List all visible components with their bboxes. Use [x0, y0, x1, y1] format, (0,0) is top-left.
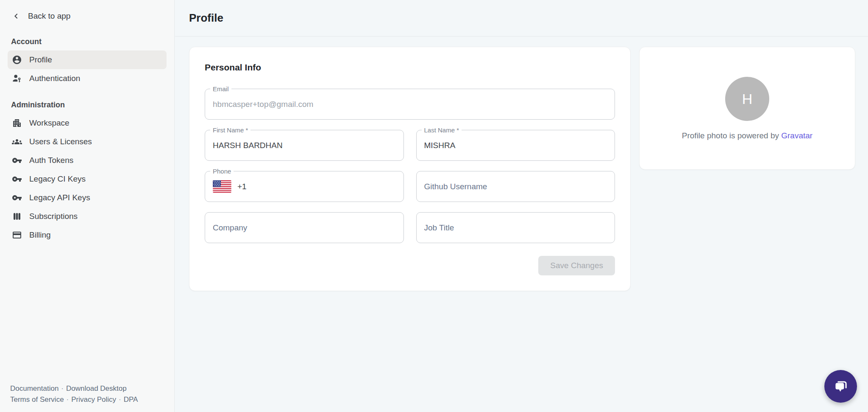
key-icon	[12, 193, 22, 203]
sidebar-item-label: Workspace	[29, 118, 70, 128]
sidebar-item-authentication[interactable]: Authentication	[8, 69, 167, 88]
sidebar-item-label: Subscriptions	[29, 212, 78, 221]
github-username-field[interactable]	[424, 182, 607, 191]
sidebar-item-label: Legacy CI Keys	[29, 174, 86, 184]
chat-bubbles-icon	[832, 378, 850, 395]
chat-widget-button[interactable]	[824, 370, 857, 403]
us-flag-icon[interactable]	[213, 180, 231, 193]
avatar-letter: H	[742, 91, 753, 107]
sidebar-item-label: Authentication	[29, 74, 80, 83]
first-name-field-wrapper: First Name *	[205, 130, 404, 161]
privacy-link[interactable]: Privacy Policy	[71, 395, 116, 404]
gravatar-caption-text: Profile photo is powered by	[682, 131, 779, 140]
key-icon	[12, 155, 22, 165]
sidebar-item-billing[interactable]: Billing	[8, 226, 167, 244]
gravatar-caption: Profile photo is powered by Gravatar	[682, 131, 812, 140]
sidebar-item-legacy-api-keys[interactable]: Legacy API Keys	[8, 188, 167, 207]
footer-line-1: Documentation·Download Desktop	[10, 383, 138, 394]
name-row: First Name * Last Name *	[205, 130, 615, 161]
company-row	[205, 212, 615, 243]
company-field[interactable]	[213, 223, 396, 233]
github-field-wrapper	[416, 171, 615, 202]
chevron-left-icon	[11, 11, 21, 21]
sidebar-footer: Documentation·Download Desktop Terms of …	[10, 383, 138, 405]
back-to-app-label: Back to app	[28, 11, 70, 21]
dpa-link[interactable]: DPA	[124, 395, 138, 404]
terms-link[interactable]: Terms of Service	[10, 395, 64, 404]
key-icon	[12, 174, 22, 184]
job-title-field[interactable]	[424, 223, 607, 233]
footer-separator: ·	[64, 395, 72, 404]
account-nav: Profile Authentication	[8, 50, 167, 88]
gravatar-card: H Profile photo is powered by Gravatar	[639, 47, 855, 170]
building-icon	[12, 118, 22, 128]
sidebar-item-label: Legacy API Keys	[29, 193, 90, 202]
sidebar-item-subscriptions[interactable]: Subscriptions	[8, 207, 167, 226]
job-title-field-wrapper	[416, 212, 615, 243]
footer-line-2: Terms of Service·Privacy Policy·DPA	[10, 394, 138, 405]
groups-icon	[12, 137, 22, 147]
columns-icon	[12, 211, 22, 221]
personal-info-card: Personal Info Email First Name * Last Na…	[189, 47, 631, 291]
footer-separator: ·	[58, 384, 66, 392]
back-to-app-button[interactable]: Back to app	[0, 0, 174, 21]
sidebar-item-legacy-ci-keys[interactable]: Legacy CI Keys	[8, 170, 167, 188]
sidebar-item-auth-tokens[interactable]: Auth Tokens	[8, 151, 167, 170]
phone-field[interactable]	[237, 182, 396, 191]
phone-github-row: Phone	[205, 171, 615, 202]
main-area: Profile Personal Info Email First Name *…	[175, 0, 868, 412]
settings-sidebar: Back to app Account Profile Authenticati…	[0, 0, 175, 412]
email-field-wrapper: Email	[205, 89, 615, 120]
last-name-label: Last Name *	[422, 126, 462, 134]
sidebar-item-label: Users & Licenses	[29, 137, 92, 146]
sidebar-item-users-licenses[interactable]: Users & Licenses	[8, 132, 167, 151]
save-changes-button[interactable]: Save Changes	[538, 256, 615, 275]
section-label-administration: Administration	[11, 101, 164, 109]
documentation-link[interactable]: Documentation	[10, 384, 58, 392]
actions-row: Save Changes	[205, 256, 615, 275]
email-row: Email	[205, 89, 615, 120]
sidebar-item-workspace[interactable]: Workspace	[8, 114, 167, 132]
download-desktop-link[interactable]: Download Desktop	[66, 384, 127, 392]
account-circle-icon	[12, 55, 22, 65]
administration-nav: Workspace Users & Licenses Auth Tokens L…	[8, 114, 167, 244]
sidebar-item-label: Auth Tokens	[29, 156, 73, 165]
person-key-icon	[12, 73, 22, 84]
last-name-field-wrapper: Last Name *	[416, 130, 615, 161]
first-name-label: First Name *	[210, 126, 250, 134]
phone-field-wrapper: Phone	[205, 171, 404, 202]
content-area: Personal Info Email First Name * Last Na…	[175, 36, 868, 291]
sidebar-item-profile[interactable]: Profile	[8, 50, 167, 69]
personal-info-title: Personal Info	[205, 62, 615, 73]
section-label-account: Account	[11, 37, 164, 46]
sidebar-item-label: Profile	[29, 55, 52, 64]
email-label: Email	[210, 85, 231, 92]
credit-card-icon	[12, 230, 22, 240]
company-field-wrapper	[205, 212, 404, 243]
first-name-field[interactable]	[213, 141, 396, 150]
avatar: H	[725, 77, 769, 121]
sidebar-item-label: Billing	[29, 230, 51, 240]
page-title: Profile	[189, 11, 223, 25]
last-name-field[interactable]	[424, 141, 607, 150]
phone-label: Phone	[210, 168, 234, 175]
email-field[interactable]	[213, 100, 607, 109]
page-header: Profile	[175, 0, 868, 36]
gravatar-link[interactable]: Gravatar	[781, 131, 812, 140]
footer-separator: ·	[116, 395, 124, 404]
